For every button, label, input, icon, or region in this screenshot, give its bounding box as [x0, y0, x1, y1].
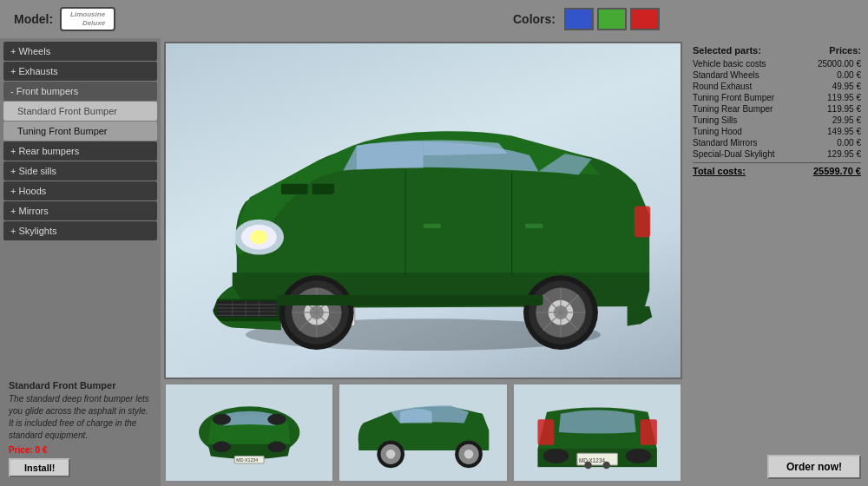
- part-name: Special-Dual Skylight: [693, 149, 827, 159]
- svg-point-61: [626, 449, 652, 463]
- thumbnails: MD·X1234: [164, 383, 682, 483]
- table-row: Special-Dual Skylight129.95 €: [693, 149, 861, 159]
- part-price: 119.95 €: [827, 93, 861, 102]
- install-button[interactable]: Install!: [9, 458, 70, 477]
- info-desc: The standard deep front bumper lets you …: [9, 393, 152, 442]
- svg-rect-18: [525, 224, 542, 228]
- svg-text:MD·X1234: MD·X1234: [579, 457, 605, 463]
- sidebar-item-wheels[interactable]: + Wheels: [3, 42, 157, 61]
- prices-header: Selected parts: Prices:: [693, 45, 861, 56]
- sidebar-item-mirrors[interactable]: + Mirrors: [3, 201, 157, 220]
- model-sub: Deluxe: [70, 19, 105, 28]
- color-green[interactable]: [597, 8, 627, 30]
- color-blue[interactable]: [564, 8, 594, 30]
- table-row: Round Exhaust49.95 €: [693, 82, 861, 91]
- part-price: 25000.00 €: [818, 59, 861, 69]
- model-name: Limousine: [70, 10, 105, 19]
- part-price: 149.95 €: [827, 127, 861, 136]
- part-name: Tuning Sills: [693, 115, 832, 125]
- selected-parts-label: Selected parts:: [693, 45, 761, 56]
- sidebar-item-rear-bumpers[interactable]: + Rear bumpers: [3, 141, 157, 161]
- right-panel: Selected parts: Prices: Vehicle basic co…: [686, 38, 868, 486]
- sidebar-item-front-bumpers[interactable]: - Front bumpers: [3, 82, 157, 101]
- svg-point-63: [602, 462, 609, 469]
- total-label: Total costs:: [693, 166, 746, 176]
- thumbnail-1[interactable]: MD·X1234: [164, 383, 334, 483]
- part-price: 129.95 €: [827, 149, 861, 159]
- model-label: Model:: [14, 12, 53, 26]
- price-label: Price:: [9, 445, 33, 455]
- svg-point-41: [213, 414, 231, 425]
- table-row: Tuning Rear Bumper119.95 €: [693, 104, 861, 114]
- part-name: Standard Wheels: [693, 70, 837, 80]
- total-value: 25599.70 €: [813, 166, 861, 176]
- svg-point-12: [250, 230, 267, 244]
- part-name: Tuning Hood: [693, 127, 827, 136]
- sidebar-item-side-sills[interactable]: + Side sills: [3, 161, 157, 181]
- center-panel: MD·X1234: [161, 38, 686, 486]
- info-title: Standard Front Bumper: [9, 380, 152, 391]
- model-badge: Limousine Deluxe: [60, 7, 115, 30]
- price-rows: Vehicle basic costs25000.00 €Standard Wh…: [693, 59, 861, 159]
- svg-text:MD·X1234: MD·X1234: [236, 457, 258, 463]
- part-name: Tuning Front Bumper: [693, 93, 827, 102]
- total-row: Total costs: 25599.70 €: [693, 162, 861, 176]
- sidebar: + Wheels + Exhausts - Front bumpers Stan…: [0, 38, 161, 486]
- main-car-view[interactable]: MD·X1234: [164, 42, 682, 379]
- table-row: Standard Mirrors0.00 €: [693, 138, 861, 148]
- colors-area: Colors:: [513, 8, 663, 30]
- sidebar-sub-standard-front-bumper[interactable]: Standard Front Bumper: [3, 102, 157, 121]
- part-price: 119.95 €: [827, 104, 861, 114]
- svg-rect-38: [277, 295, 543, 305]
- prices-col-label: Prices:: [829, 45, 861, 56]
- svg-point-43: [213, 442, 231, 453]
- svg-rect-19: [635, 206, 650, 237]
- table-row: Standard Wheels0.00 €: [693, 70, 861, 80]
- price-value: 0 €: [36, 445, 48, 455]
- part-price: 49.95 €: [832, 82, 861, 91]
- thumbnail-3[interactable]: MD·X1234: [512, 383, 682, 483]
- order-button[interactable]: Order now!: [767, 455, 861, 479]
- color-red[interactable]: [630, 8, 660, 30]
- main-layout: + Wheels + Exhausts - Front bumpers Stan…: [0, 38, 868, 486]
- part-price: 29.95 €: [832, 115, 861, 125]
- svg-point-60: [542, 449, 569, 463]
- part-price: 0.00 €: [837, 70, 861, 80]
- car-svg: MD·X1234: [166, 43, 681, 378]
- part-price: 0.00 €: [837, 138, 861, 148]
- svg-rect-1: [281, 184, 308, 194]
- svg-rect-57: [641, 419, 657, 445]
- sidebar-item-hoods[interactable]: + Hoods: [3, 181, 157, 200]
- sidebar-item-exhausts[interactable]: + Exhausts: [3, 62, 157, 81]
- sidebar-sub-tuning-front-bumper[interactable]: Tuning Front Bumper: [3, 122, 157, 141]
- svg-point-50: [386, 450, 396, 459]
- svg-point-53: [464, 450, 474, 459]
- info-price: Price: 0 €: [9, 445, 152, 455]
- svg-point-42: [267, 414, 286, 425]
- part-name: Standard Mirrors: [693, 138, 837, 148]
- table-row: Tuning Sills29.95 €: [693, 115, 861, 125]
- svg-point-44: [267, 442, 286, 453]
- table-row: Vehicle basic costs25000.00 €: [693, 59, 861, 69]
- prices-table: Selected parts: Prices: Vehicle basic co…: [693, 45, 861, 455]
- part-name: Round Exhaust: [693, 82, 832, 91]
- thumbnail-2[interactable]: [338, 383, 508, 483]
- part-name: Tuning Rear Bumper: [693, 104, 827, 114]
- header: Model: Limousine Deluxe Colors:: [0, 0, 868, 38]
- svg-rect-2: [312, 184, 335, 194]
- svg-rect-17: [424, 224, 441, 228]
- sidebar-item-skylights[interactable]: + Skylights: [3, 221, 157, 240]
- part-name: Vehicle basic costs: [693, 59, 818, 69]
- svg-rect-56: [537, 419, 554, 445]
- table-row: Tuning Hood149.95 €: [693, 127, 861, 136]
- table-row: Tuning Front Bumper119.95 €: [693, 93, 861, 102]
- svg-point-62: [584, 462, 591, 469]
- info-box: Standard Front Bumper The standard deep …: [3, 375, 157, 483]
- colors-label: Colors:: [513, 12, 556, 26]
